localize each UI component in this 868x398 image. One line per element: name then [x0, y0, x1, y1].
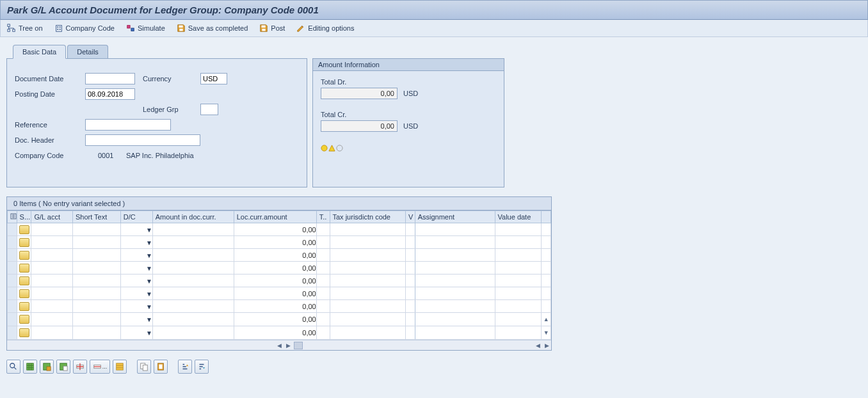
cell-value-date[interactable] — [495, 262, 542, 275]
cell-assignment[interactable] — [415, 275, 495, 287]
currency-input[interactable] — [200, 73, 227, 84]
cell-value-date[interactable] — [495, 275, 542, 287]
cell-s[interactable] — [17, 223, 31, 236]
cell-value-date[interactable] — [495, 249, 542, 262]
cell-gl[interactable] — [31, 313, 73, 326]
cell-short[interactable] — [72, 262, 120, 275]
delete-row-button[interactable]: ... — [90, 360, 110, 374]
table-row[interactable]: ▼0,00 — [8, 275, 551, 287]
cell-t[interactable] — [316, 300, 330, 313]
row-selector-icon[interactable] — [19, 315, 29, 324]
col-dc[interactable]: D/C — [120, 211, 152, 223]
col-s[interactable]: S... — [17, 211, 31, 223]
cell-tax[interactable] — [330, 287, 406, 300]
col-tax[interactable]: Tax jurisdictn code — [330, 211, 406, 223]
table-row[interactable]: ▼0,00 — [8, 300, 551, 313]
row-header[interactable] — [8, 326, 17, 340]
cell-loc-amt[interactable]: 0,00 — [234, 223, 316, 236]
cell-short[interactable] — [72, 275, 120, 287]
cell-gl[interactable] — [31, 262, 73, 275]
cell-gl[interactable] — [31, 275, 73, 287]
scroll-left-icon[interactable]: ◀ — [275, 341, 284, 350]
cell-loc-amt[interactable]: 0,00 — [234, 275, 316, 287]
row-selector-icon[interactable] — [19, 251, 29, 260]
cell-tax[interactable] — [330, 249, 406, 262]
col-loc-amount[interactable]: Loc.curr.amount — [234, 211, 316, 223]
cell-s[interactable] — [17, 300, 31, 313]
cell-short[interactable] — [72, 249, 120, 262]
dropdown-icon[interactable]: ▼ — [146, 227, 152, 234]
cell-dc[interactable]: ▼ — [120, 300, 152, 313]
cell-dc[interactable]: ▼ — [120, 287, 152, 300]
table-row[interactable]: ▼0,00 — [8, 262, 551, 275]
cell-amt-doc[interactable] — [152, 223, 234, 236]
cell-loc-amt[interactable]: 0,00 — [234, 313, 316, 326]
cell-amt-doc[interactable] — [152, 300, 234, 313]
row-selector-icon[interactable] — [19, 225, 29, 234]
cell-assignment[interactable] — [415, 326, 495, 340]
cell-gl[interactable] — [31, 287, 73, 300]
cell-v[interactable] — [406, 236, 415, 249]
cell-s[interactable] — [17, 236, 31, 249]
row-header[interactable] — [8, 287, 17, 300]
cell-t[interactable] — [316, 313, 330, 326]
cell-amt-doc[interactable] — [152, 313, 234, 326]
simulate-button[interactable]: Simulate — [126, 24, 165, 33]
cell-short[interactable] — [72, 313, 120, 326]
grid-button-4[interactable] — [113, 360, 127, 374]
cell-assignment[interactable] — [415, 249, 495, 262]
cell-v[interactable] — [406, 275, 415, 287]
cell-s[interactable] — [17, 313, 31, 326]
cell-amt-doc[interactable] — [152, 236, 234, 249]
tab-basic-data[interactable]: Basic Data — [13, 45, 66, 59]
posting-date-input[interactable] — [85, 88, 135, 100]
cell-loc-amt[interactable]: 0,00 — [234, 249, 316, 262]
cell-dc[interactable]: ▼ — [120, 326, 152, 340]
cell-value-date[interactable] — [495, 236, 542, 249]
cell-value-date[interactable] — [495, 223, 542, 236]
cell-short[interactable] — [72, 300, 120, 313]
cell-t[interactable] — [316, 287, 330, 300]
cell-v[interactable] — [406, 300, 415, 313]
cell-gl[interactable] — [31, 300, 73, 313]
cell-t[interactable] — [316, 236, 330, 249]
scroll-right-icon[interactable]: ▶ — [284, 341, 293, 350]
cell-t[interactable] — [316, 262, 330, 275]
cell-s[interactable] — [17, 249, 31, 262]
cell-dc[interactable]: ▼ — [120, 249, 152, 262]
post-button[interactable]: Post — [259, 24, 285, 33]
row-header[interactable] — [8, 223, 17, 236]
cell-loc-amt[interactable]: 0,00 — [234, 262, 316, 275]
table-row[interactable]: ▼0,00 — [8, 223, 551, 236]
cell-dc[interactable]: ▼ — [120, 275, 152, 287]
col-assignment[interactable]: Assignment — [415, 211, 495, 223]
paste-button[interactable] — [154, 360, 168, 374]
doc-header-input[interactable] — [85, 134, 200, 146]
cell-value-date[interactable] — [495, 326, 542, 340]
cell-s[interactable] — [17, 262, 31, 275]
cell-assignment[interactable] — [415, 223, 495, 236]
dropdown-icon[interactable]: ▼ — [146, 316, 152, 323]
cell-loc-amt[interactable]: 0,00 — [234, 326, 316, 340]
cell-gl[interactable] — [31, 249, 73, 262]
grid-button-2[interactable] — [40, 360, 54, 374]
insert-row-button[interactable] — [73, 360, 87, 374]
ledger-grp-input[interactable] — [200, 104, 218, 115]
row-header[interactable] — [8, 236, 17, 249]
cell-tax[interactable] — [330, 326, 406, 340]
cell-gl[interactable] — [31, 236, 73, 249]
dropdown-icon[interactable]: ▼ — [146, 252, 152, 259]
cell-value-date[interactable] — [495, 287, 542, 300]
cell-s[interactable] — [17, 287, 31, 300]
dropdown-icon[interactable]: ▼ — [146, 265, 152, 272]
copy-button[interactable] — [137, 360, 151, 374]
col-config[interactable] — [8, 211, 17, 223]
cell-short[interactable] — [72, 236, 120, 249]
dropdown-icon[interactable]: ▼ — [146, 291, 152, 298]
scroll-left2-icon[interactable]: ◀ — [533, 341, 542, 350]
cell-assignment[interactable] — [415, 300, 495, 313]
cell-assignment[interactable] — [415, 313, 495, 326]
tab-details[interactable]: Details — [67, 45, 108, 59]
col-short-text[interactable]: Short Text — [72, 211, 120, 223]
cell-tax[interactable] — [330, 262, 406, 275]
